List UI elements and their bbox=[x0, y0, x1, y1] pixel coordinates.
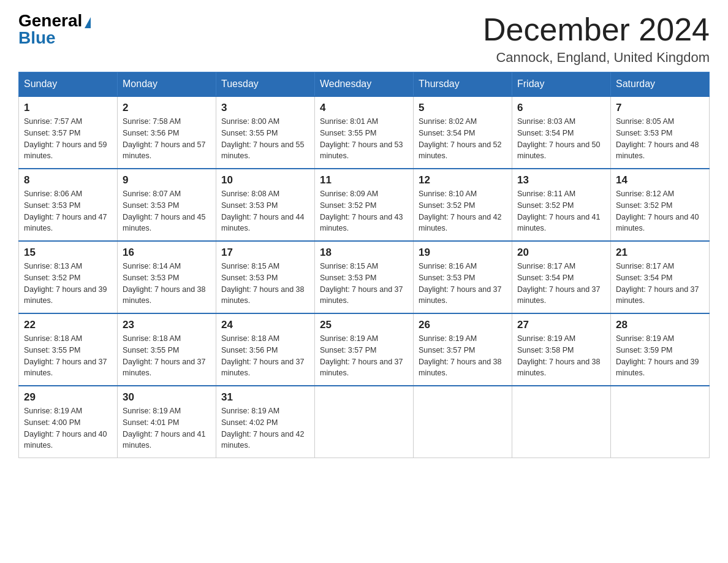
logo-blue-text: Blue bbox=[18, 29, 56, 47]
day-info: Sunrise: 8:11 AMSunset: 3:52 PMDaylight:… bbox=[517, 190, 601, 232]
day-info: Sunrise: 8:09 AMSunset: 3:52 PMDaylight:… bbox=[320, 190, 403, 232]
calendar-day-5: 5 Sunrise: 8:02 AMSunset: 3:54 PMDayligh… bbox=[414, 96, 512, 169]
day-number: 9 bbox=[123, 174, 211, 186]
day-number: 13 bbox=[517, 174, 605, 186]
day-info: Sunrise: 8:19 AMSunset: 3:57 PMDaylight:… bbox=[320, 334, 403, 377]
location-subtitle: Cannock, England, United Kingdom bbox=[483, 50, 710, 66]
day-info: Sunrise: 8:19 AMSunset: 3:57 PMDaylight:… bbox=[419, 334, 502, 377]
day-info: Sunrise: 8:18 AMSunset: 3:55 PMDaylight:… bbox=[123, 334, 206, 377]
calendar-day-4: 4 Sunrise: 8:01 AMSunset: 3:55 PMDayligh… bbox=[315, 96, 414, 169]
day-info: Sunrise: 8:18 AMSunset: 3:55 PMDaylight:… bbox=[24, 334, 107, 377]
calendar-day-3: 3 Sunrise: 8:00 AMSunset: 3:55 PMDayligh… bbox=[216, 96, 315, 169]
calendar-day-12: 12 Sunrise: 8:10 AMSunset: 3:52 PMDaylig… bbox=[414, 169, 512, 241]
empty-cell bbox=[512, 386, 611, 458]
day-number: 24 bbox=[221, 319, 309, 331]
day-number: 29 bbox=[24, 391, 112, 404]
calendar-day-7: 7 Sunrise: 8:05 AMSunset: 3:53 PMDayligh… bbox=[611, 96, 710, 169]
title-block: December 2024 Cannock, England, United K… bbox=[483, 12, 710, 66]
day-info: Sunrise: 8:07 AMSunset: 3:53 PMDaylight:… bbox=[123, 190, 206, 232]
calendar-day-16: 16 Sunrise: 8:14 AMSunset: 3:53 PMDaylig… bbox=[118, 241, 216, 313]
header-wednesday: Wednesday bbox=[315, 72, 414, 97]
day-number: 7 bbox=[616, 102, 704, 114]
day-number: 3 bbox=[221, 102, 309, 114]
day-number: 16 bbox=[123, 247, 211, 259]
calendar-day-26: 26 Sunrise: 8:19 AMSunset: 3:57 PMDaylig… bbox=[414, 313, 512, 386]
day-number: 11 bbox=[320, 174, 408, 186]
day-number: 26 bbox=[419, 319, 507, 331]
day-info: Sunrise: 8:18 AMSunset: 3:56 PMDaylight:… bbox=[221, 334, 305, 377]
day-info: Sunrise: 8:19 AMSunset: 3:58 PMDaylight:… bbox=[517, 334, 601, 377]
day-info: Sunrise: 8:08 AMSunset: 3:53 PMDaylight:… bbox=[221, 190, 305, 232]
calendar-table: Sunday Monday Tuesday Wednesday Thursday… bbox=[18, 72, 710, 458]
calendar-day-23: 23 Sunrise: 8:18 AMSunset: 3:55 PMDaylig… bbox=[118, 313, 216, 386]
calendar-week-4: 22 Sunrise: 8:18 AMSunset: 3:55 PMDaylig… bbox=[19, 313, 710, 386]
day-info: Sunrise: 8:01 AMSunset: 3:55 PMDaylight:… bbox=[320, 117, 403, 160]
day-info: Sunrise: 8:12 AMSunset: 3:52 PMDaylight:… bbox=[616, 190, 699, 232]
header-monday: Monday bbox=[118, 72, 216, 97]
day-info: Sunrise: 8:19 AMSunset: 4:02 PMDaylight:… bbox=[221, 407, 305, 450]
day-number: 8 bbox=[24, 174, 112, 186]
day-number: 15 bbox=[24, 247, 112, 259]
calendar-day-6: 6 Sunrise: 8:03 AMSunset: 3:54 PMDayligh… bbox=[512, 96, 611, 169]
day-number: 1 bbox=[24, 102, 112, 114]
logo: General Blue bbox=[18, 12, 91, 47]
calendar-day-11: 11 Sunrise: 8:09 AMSunset: 3:52 PMDaylig… bbox=[315, 169, 414, 241]
empty-cell bbox=[414, 386, 512, 458]
calendar-day-1: 1 Sunrise: 7:57 AMSunset: 3:57 PMDayligh… bbox=[19, 96, 118, 169]
day-info: Sunrise: 7:58 AMSunset: 3:56 PMDaylight:… bbox=[123, 117, 206, 160]
day-number: 17 bbox=[221, 247, 309, 259]
header-saturday: Saturday bbox=[611, 72, 710, 97]
calendar-day-10: 10 Sunrise: 8:08 AMSunset: 3:53 PMDaylig… bbox=[216, 169, 315, 241]
day-number: 30 bbox=[123, 391, 211, 404]
page-header: General Blue December 2024 Cannock, Engl… bbox=[18, 12, 710, 66]
calendar-day-13: 13 Sunrise: 8:11 AMSunset: 3:52 PMDaylig… bbox=[512, 169, 611, 241]
calendar-day-17: 17 Sunrise: 8:15 AMSunset: 3:53 PMDaylig… bbox=[216, 241, 315, 313]
calendar-day-30: 30 Sunrise: 8:19 AMSunset: 4:01 PMDaylig… bbox=[118, 386, 216, 458]
day-info: Sunrise: 8:00 AMSunset: 3:55 PMDaylight:… bbox=[221, 117, 305, 160]
month-year-title: December 2024 bbox=[483, 12, 710, 47]
calendar-day-27: 27 Sunrise: 8:19 AMSunset: 3:58 PMDaylig… bbox=[512, 313, 611, 386]
calendar-header-row: Sunday Monday Tuesday Wednesday Thursday… bbox=[19, 72, 710, 97]
calendar-week-2: 8 Sunrise: 8:06 AMSunset: 3:53 PMDayligh… bbox=[19, 169, 710, 241]
calendar-day-31: 31 Sunrise: 8:19 AMSunset: 4:02 PMDaylig… bbox=[216, 386, 315, 458]
calendar-day-18: 18 Sunrise: 8:15 AMSunset: 3:53 PMDaylig… bbox=[315, 241, 414, 313]
day-info: Sunrise: 8:14 AMSunset: 3:53 PMDaylight:… bbox=[123, 262, 206, 305]
calendar-week-3: 15 Sunrise: 8:13 AMSunset: 3:52 PMDaylig… bbox=[19, 241, 710, 313]
day-info: Sunrise: 8:13 AMSunset: 3:52 PMDaylight:… bbox=[24, 262, 107, 305]
calendar-day-9: 9 Sunrise: 8:07 AMSunset: 3:53 PMDayligh… bbox=[118, 169, 216, 241]
calendar-day-28: 28 Sunrise: 8:19 AMSunset: 3:59 PMDaylig… bbox=[611, 313, 710, 386]
day-info: Sunrise: 8:10 AMSunset: 3:52 PMDaylight:… bbox=[419, 190, 502, 232]
calendar-day-14: 14 Sunrise: 8:12 AMSunset: 3:52 PMDaylig… bbox=[611, 169, 710, 241]
day-info: Sunrise: 8:19 AMSunset: 3:59 PMDaylight:… bbox=[616, 334, 699, 377]
empty-cell bbox=[315, 386, 414, 458]
calendar-day-19: 19 Sunrise: 8:16 AMSunset: 3:53 PMDaylig… bbox=[414, 241, 512, 313]
day-info: Sunrise: 8:15 AMSunset: 3:53 PMDaylight:… bbox=[320, 262, 403, 305]
day-number: 12 bbox=[419, 174, 507, 186]
calendar-day-8: 8 Sunrise: 8:06 AMSunset: 3:53 PMDayligh… bbox=[19, 169, 118, 241]
header-friday: Friday bbox=[512, 72, 611, 97]
day-number: 28 bbox=[616, 319, 704, 331]
calendar-day-29: 29 Sunrise: 8:19 AMSunset: 4:00 PMDaylig… bbox=[19, 386, 118, 458]
logo-general-text: General bbox=[18, 12, 82, 29]
calendar-week-1: 1 Sunrise: 7:57 AMSunset: 3:57 PMDayligh… bbox=[19, 96, 710, 169]
day-number: 5 bbox=[419, 102, 507, 114]
calendar-day-21: 21 Sunrise: 8:17 AMSunset: 3:54 PMDaylig… bbox=[611, 241, 710, 313]
day-number: 23 bbox=[123, 319, 211, 331]
calendar-day-2: 2 Sunrise: 7:58 AMSunset: 3:56 PMDayligh… bbox=[118, 96, 216, 169]
day-number: 18 bbox=[320, 247, 408, 259]
header-sunday: Sunday bbox=[19, 72, 118, 97]
day-number: 31 bbox=[221, 391, 309, 404]
day-number: 2 bbox=[123, 102, 211, 114]
day-number: 14 bbox=[616, 174, 704, 186]
day-number: 4 bbox=[320, 102, 408, 114]
calendar-day-20: 20 Sunrise: 8:17 AMSunset: 3:54 PMDaylig… bbox=[512, 241, 611, 313]
calendar-week-5: 29 Sunrise: 8:19 AMSunset: 4:00 PMDaylig… bbox=[19, 386, 710, 458]
day-info: Sunrise: 8:02 AMSunset: 3:54 PMDaylight:… bbox=[419, 117, 502, 160]
calendar-day-22: 22 Sunrise: 8:18 AMSunset: 3:55 PMDaylig… bbox=[19, 313, 118, 386]
day-number: 25 bbox=[320, 319, 408, 331]
day-number: 6 bbox=[517, 102, 605, 114]
calendar-day-25: 25 Sunrise: 8:19 AMSunset: 3:57 PMDaylig… bbox=[315, 313, 414, 386]
day-number: 19 bbox=[419, 247, 507, 259]
day-number: 22 bbox=[24, 319, 112, 331]
day-info: Sunrise: 8:19 AMSunset: 4:00 PMDaylight:… bbox=[24, 407, 107, 450]
